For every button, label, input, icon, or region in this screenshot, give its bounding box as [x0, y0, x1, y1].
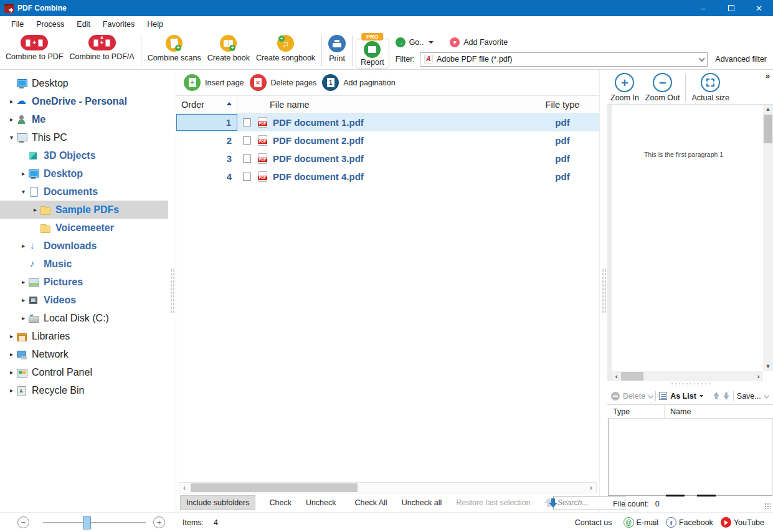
- scroll-up-icon[interactable]: ▲: [763, 105, 773, 114]
- column-header-type[interactable]: Type: [607, 405, 665, 418]
- scroll-down-icon[interactable]: ▼: [763, 362, 773, 371]
- column-header-order[interactable]: Order: [176, 96, 237, 113]
- create-book-button[interactable]: + Create book: [204, 35, 253, 62]
- zoom-minus-button[interactable]: −: [17, 516, 29, 528]
- close-button[interactable]: ✕: [745, 0, 773, 16]
- slider-thumb[interactable]: [83, 516, 91, 530]
- table-row[interactable]: 1PDF document 1.pdfpdf: [176, 113, 599, 131]
- tree-item-this-pc[interactable]: ▾This PC: [0, 128, 168, 146]
- combine-to-pdf-button[interactable]: + Combine to PDF: [2, 35, 66, 61]
- advanced-filter-button[interactable]: Advanced filter: [715, 55, 772, 64]
- scroll-right-icon[interactable]: ›: [586, 483, 596, 492]
- tree-item-control-panel[interactable]: ▸Control Panel: [0, 363, 168, 381]
- include-subfolders-toggle[interactable]: Include subfolders: [180, 495, 255, 510]
- maximize-button[interactable]: [717, 0, 745, 16]
- horizontal-splitter[interactable]: [607, 381, 773, 387]
- table-row[interactable]: 4PDF document 4.pdfpdf: [176, 168, 599, 186]
- tree-item-recycle-bin[interactable]: ▸Recycle Bin: [0, 381, 168, 399]
- chevron-down-icon[interactable]: [648, 393, 653, 398]
- tree-item-local-disk-c[interactable]: ▸Local Disk (C:): [0, 309, 168, 327]
- panel-expand-chevron[interactable]: »: [766, 71, 769, 80]
- tree-expander-icon[interactable]: ▸: [19, 278, 28, 285]
- tree-item-pictures[interactable]: ▸Pictures: [0, 273, 168, 291]
- delete-pages-button[interactable]: ✕ Delete pages: [250, 74, 317, 91]
- tree-expander-icon[interactable]: ▾: [7, 134, 16, 141]
- tree-item-voicemeeter[interactable]: Voicemeeter: [0, 219, 168, 237]
- tree-expander-icon[interactable]: ▸: [7, 333, 16, 340]
- restore-last-selection-button[interactable]: Restore last selection: [451, 495, 536, 510]
- tree-item-sample-pdfs[interactable]: ▸Sample PDFs: [0, 201, 168, 219]
- file-name[interactable]: PDF document 2.pdf: [273, 135, 364, 146]
- tree-item-onedrive-personal[interactable]: ▸OneDrive - Personal: [0, 92, 168, 110]
- go-button[interactable]: Go..: [409, 38, 424, 47]
- file-name[interactable]: PDF document 4.pdf: [273, 171, 364, 182]
- create-songbook-button[interactable]: ♫+ Create songbook: [253, 35, 318, 62]
- youtube-icon[interactable]: [721, 517, 731, 528]
- preview-hscrollbar[interactable]: ‹ ›: [612, 371, 763, 381]
- table-row[interactable]: 2PDF document 2.pdfpdf: [176, 131, 599, 150]
- youtube-link[interactable]: YouTube: [734, 518, 764, 527]
- chevron-down-icon[interactable]: [764, 393, 769, 398]
- add-pagination-button[interactable]: 1 Add pagination: [322, 74, 395, 91]
- tree-expander-icon[interactable]: ▸: [7, 116, 16, 123]
- scroll-right-icon[interactable]: ›: [754, 373, 763, 380]
- menu-item-favorites[interactable]: Favorites: [97, 17, 141, 31]
- tree-expander-icon[interactable]: ▸: [19, 242, 28, 249]
- tree-expander-icon[interactable]: ▸: [7, 351, 16, 358]
- facebook-link[interactable]: Facebook: [679, 518, 713, 527]
- tree-expander-icon[interactable]: ▸: [7, 369, 16, 376]
- email-link[interactable]: E-mail: [637, 518, 658, 527]
- tree-item-libraries[interactable]: ▸Libraries: [0, 327, 168, 345]
- insert-page-button[interactable]: + Insert page: [184, 74, 244, 91]
- uncheck-all-button[interactable]: Uncheck all: [397, 495, 447, 510]
- row-checkbox[interactable]: [243, 118, 251, 126]
- go-dropdown-caret-icon[interactable]: [429, 41, 434, 44]
- row-checkbox[interactable]: [243, 154, 251, 163]
- contact-us-link[interactable]: Contact us: [575, 518, 612, 527]
- actual-size-button[interactable]: Actual size: [688, 73, 732, 102]
- tree-item-desktop[interactable]: Desktop: [0, 74, 168, 92]
- thumbnail-zoom-slider[interactable]: [43, 516, 146, 530]
- tree-item-desktop[interactable]: ▸Desktop: [0, 164, 168, 183]
- scroll-left-icon[interactable]: ‹: [612, 373, 621, 380]
- tree-expander-icon[interactable]: ▸: [7, 98, 16, 105]
- add-favorite-button[interactable]: Add Favorite: [463, 38, 508, 47]
- check-button[interactable]: Check: [264, 495, 296, 510]
- tree-expander-icon[interactable]: ▸: [19, 170, 28, 177]
- order-cell[interactable]: 2: [176, 132, 237, 149]
- check-all-button[interactable]: Check All: [350, 495, 392, 510]
- table-row[interactable]: 3PDF document 3.pdfpdf: [176, 150, 599, 168]
- resize-grip-icon[interactable]: [764, 503, 771, 509]
- name-cell[interactable]: PDF document 2.pdf: [237, 135, 526, 146]
- save-button[interactable]: Save...: [737, 392, 761, 401]
- minimize-button[interactable]: –: [689, 0, 717, 16]
- preview-vscrollbar[interactable]: ▲ ▼: [763, 105, 773, 371]
- chevron-down-icon[interactable]: [699, 55, 705, 62]
- name-cell[interactable]: PDF document 3.pdf: [237, 153, 526, 164]
- email-icon[interactable]: @: [624, 517, 634, 528]
- name-cell[interactable]: PDF document 1.pdf: [237, 117, 526, 128]
- tree-expander-icon[interactable]: ▸: [7, 387, 16, 394]
- print-button[interactable]: Print: [325, 35, 349, 63]
- uncheck-button[interactable]: Uncheck: [301, 495, 341, 510]
- as-list-caret-icon[interactable]: [699, 395, 703, 397]
- file-name[interactable]: PDF document 3.pdf: [273, 153, 364, 164]
- scrollbar-thumb[interactable]: [764, 115, 772, 143]
- order-cell[interactable]: 3: [176, 150, 237, 167]
- column-header-name[interactable]: Name: [665, 407, 691, 416]
- scrollbar-thumb[interactable]: [191, 483, 358, 492]
- zoom-plus-button[interactable]: +: [153, 516, 165, 528]
- tree-expander-icon[interactable]: ▾: [19, 188, 28, 195]
- column-header-file-type[interactable]: File type: [526, 100, 599, 110]
- zoom-out-button[interactable]: − Zoom Out: [642, 73, 683, 102]
- menu-item-file[interactable]: File: [5, 17, 30, 31]
- delete-button[interactable]: Delete: [623, 392, 645, 401]
- name-cell[interactable]: PDF document 4.pdf: [237, 171, 526, 182]
- tree-item-3d-objects[interactable]: 3D Objects: [0, 146, 168, 164]
- tree-item-me[interactable]: ▸Me: [0, 110, 168, 128]
- menu-item-help[interactable]: Help: [141, 17, 169, 31]
- left-splitter[interactable]: [168, 70, 176, 512]
- facebook-icon[interactable]: f: [666, 517, 676, 528]
- tree-item-documents[interactable]: ▾Documents: [0, 183, 168, 201]
- tree-item-music[interactable]: Music: [0, 255, 168, 273]
